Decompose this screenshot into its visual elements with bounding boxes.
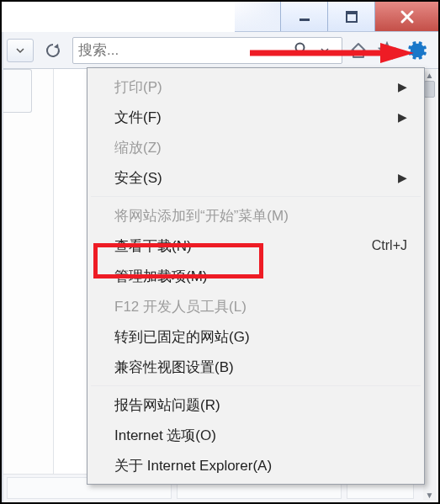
gear-icon <box>406 40 428 61</box>
toolbar <box>2 32 438 69</box>
titlebar-fade <box>235 2 280 31</box>
menu-item-safety[interactable]: 安全(S) ▶ <box>89 162 422 193</box>
menu-label: 打印(P) <box>114 77 162 97</box>
menu-item-compat-view[interactable]: 兼容性视图设置(B) <box>89 352 422 382</box>
refresh-button[interactable] <box>40 38 66 63</box>
menu-separator <box>91 385 421 386</box>
star-icon <box>378 41 396 60</box>
menu-label: Internet 选项(O) <box>114 426 216 445</box>
menu-shortcut: Ctrl+J <box>372 238 407 253</box>
submenu-arrow-icon: ▶ <box>398 80 407 93</box>
search-dropdown-icon[interactable] <box>313 43 337 58</box>
left-pane <box>2 69 54 502</box>
menu-item-add-to-start[interactable]: 将网站添加到“开始”菜单(M) <box>89 200 422 231</box>
menu-item-print[interactable]: 打印(P) ▶ <box>89 72 422 102</box>
menu-separator <box>91 196 421 197</box>
menu-label: 转到已固定的网站(G) <box>114 327 250 347</box>
toolbar-icons <box>347 38 438 63</box>
scroll-thumb[interactable] <box>424 81 435 98</box>
menu-item-report-problem[interactable]: 报告网站问题(R) <box>89 390 422 420</box>
menu-item-file[interactable]: 文件(F) ▶ <box>89 102 422 132</box>
menu-label: 缩放(Z) <box>114 138 162 157</box>
chevron-down-icon <box>16 46 24 55</box>
left-border <box>2 32 3 502</box>
search-box[interactable] <box>72 37 342 64</box>
submenu-arrow-icon: ▶ <box>398 171 407 184</box>
favorites-button[interactable] <box>376 40 398 61</box>
home-icon <box>349 41 368 60</box>
search-input[interactable] <box>78 42 289 59</box>
settings-menu: 打印(P) ▶ 文件(F) ▶ 缩放(Z) 安全(S) ▶ 将网站添加到“开始”… <box>87 67 425 485</box>
menu-item-pinned-sites[interactable]: 转到已固定的网站(G) <box>89 321 422 352</box>
settings-button[interactable] <box>405 38 430 63</box>
menu-item-about-ie[interactable]: 关于 Internet Explorer(A) <box>89 450 422 480</box>
menu-label: 关于 Internet Explorer(A) <box>114 456 272 475</box>
browser-window: ▲ ▼ 打印(P) ▶ 文件(F) ▶ 缩放(Z) 安全(S) ▶ 将网站添加到… <box>0 0 440 504</box>
svg-rect-2 <box>347 12 357 14</box>
menu-item-zoom[interactable]: 缩放(Z) <box>89 132 422 162</box>
submenu-arrow-icon: ▶ <box>398 110 407 124</box>
search-icon[interactable] <box>289 41 313 60</box>
maximize-icon <box>344 9 359 24</box>
titlebar <box>235 2 438 32</box>
scroll-down-icon[interactable]: ▼ <box>422 489 437 501</box>
menu-label: F12 开发人员工具(L) <box>114 297 247 316</box>
tab-stub[interactable] <box>2 69 32 113</box>
menu-item-view-downloads[interactable]: 查看下载(N) Ctrl+J <box>89 231 422 261</box>
menu-label: 查看下载(N) <box>114 236 192 256</box>
minimize-icon <box>297 9 312 24</box>
svg-rect-0 <box>300 19 310 21</box>
refresh-icon <box>45 42 61 59</box>
menu-label: 报告网站问题(R) <box>114 395 220 415</box>
menu-item-manage-addons[interactable]: 管理加载项(M) <box>89 261 422 291</box>
menu-label: 安全(S) <box>114 168 162 188</box>
close-icon <box>399 8 416 25</box>
nav-history-dropdown[interactable] <box>7 39 34 62</box>
home-button[interactable] <box>347 40 369 61</box>
menu-item-f12-tools[interactable]: F12 开发人员工具(L) <box>89 291 422 321</box>
menu-label: 将网站添加到“开始”菜单(M) <box>114 206 289 225</box>
close-button[interactable] <box>374 2 438 31</box>
minimize-button[interactable] <box>280 2 327 31</box>
menu-label: 管理加载项(M) <box>114 267 207 286</box>
maximize-button[interactable] <box>327 2 374 31</box>
menu-label: 兼容性视图设置(B) <box>114 358 234 377</box>
menu-item-internet-options[interactable]: Internet 选项(O) <box>89 420 422 450</box>
menu-label: 文件(F) <box>114 108 162 127</box>
